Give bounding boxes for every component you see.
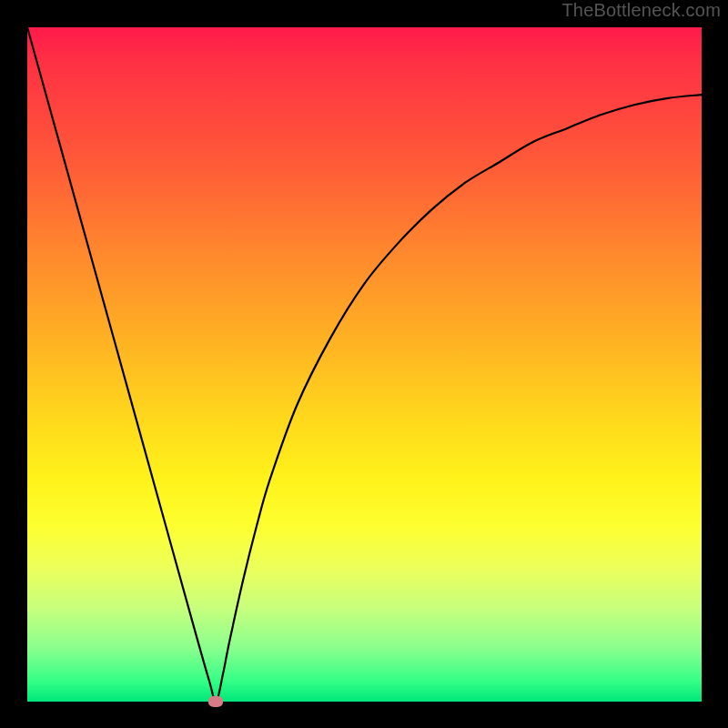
minimum-marker	[208, 696, 223, 707]
watermark-text: TheBottleneck.com	[561, 0, 721, 21]
bottleneck-curve	[27, 27, 702, 702]
chart-frame: TheBottleneck.com	[0, 0, 728, 728]
plot-area	[27, 27, 702, 702]
